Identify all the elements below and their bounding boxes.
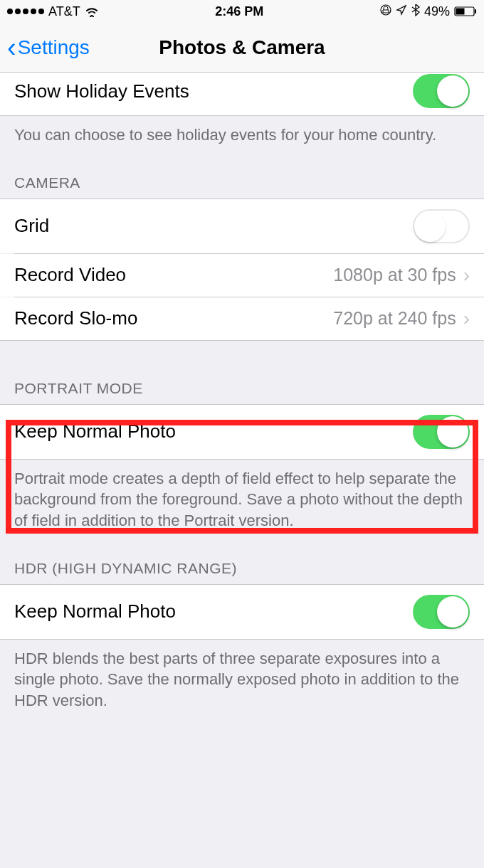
location-icon [396, 4, 407, 19]
hdr-keep-normal-label: Keep Normal Photo [14, 600, 176, 623]
status-time: 2:46 PM [215, 4, 263, 19]
carrier-label: AT&T [48, 4, 80, 19]
wifi-icon [85, 6, 99, 17]
holiday-events-footer: You can choose to see holiday events for… [0, 116, 484, 154]
grid-toggle[interactable] [413, 209, 470, 243]
bluetooth-icon [411, 4, 420, 20]
battery-percent-label: 49% [424, 4, 450, 19]
hdr-section-header: HDR (HIGH DYNAMIC RANGE) [0, 540, 484, 584]
nav-bar: ‹ Settings Photos & Camera [0, 23, 484, 73]
hdr-footer: HDR blends the best parts of three separ… [0, 640, 484, 720]
signal-strength-icon [7, 9, 44, 14]
status-bar: AT&T 2:46 PM 49% [0, 0, 484, 23]
portrait-keep-normal-row[interactable]: Keep Normal Photo [0, 405, 484, 459]
battery-icon [454, 6, 477, 16]
portrait-keep-normal-label: Keep Normal Photo [14, 420, 176, 443]
grid-label: Grid [14, 215, 49, 237]
record-slomo-value: 720p at 240 fps [333, 308, 456, 329]
record-video-value: 1080p at 30 fps [333, 265, 456, 285]
portrait-footer: Portrait mode creates a depth of field e… [0, 460, 484, 540]
grid-row[interactable]: Grid [0, 199, 484, 253]
hdr-keep-normal-toggle[interactable] [413, 595, 470, 629]
status-left: AT&T [7, 4, 99, 19]
chevron-right-icon: › [463, 264, 470, 287]
record-video-label: Record Video [14, 264, 126, 286]
record-slomo-row[interactable]: Record Slo-mo 720p at 240 fps › [0, 297, 484, 340]
page-title: Photos & Camera [159, 36, 325, 59]
settings-content: Show Holiday Events You can choose to se… [0, 73, 484, 720]
back-button[interactable]: ‹ Settings [0, 34, 90, 61]
status-right: 49% [380, 4, 477, 20]
chevron-right-icon: › [463, 307, 470, 330]
rotation-lock-icon [380, 4, 391, 19]
show-holiday-events-row[interactable]: Show Holiday Events [0, 73, 484, 115]
show-holiday-events-label: Show Holiday Events [14, 80, 189, 102]
svg-rect-2 [456, 9, 464, 15]
portrait-keep-normal-toggle[interactable] [413, 415, 470, 449]
record-slomo-label: Record Slo-mo [14, 307, 137, 329]
portrait-section-header: PORTRAIT MODE [0, 366, 484, 404]
back-label: Settings [18, 36, 90, 59]
camera-section-header: CAMERA [0, 154, 484, 199]
hdr-keep-normal-row[interactable]: Keep Normal Photo [0, 585, 484, 639]
record-video-row[interactable]: Record Video 1080p at 30 fps › [0, 254, 484, 297]
chevron-left-icon: ‹ [7, 34, 16, 61]
svg-rect-3 [475, 9, 476, 14]
show-holiday-events-toggle[interactable] [413, 74, 470, 108]
